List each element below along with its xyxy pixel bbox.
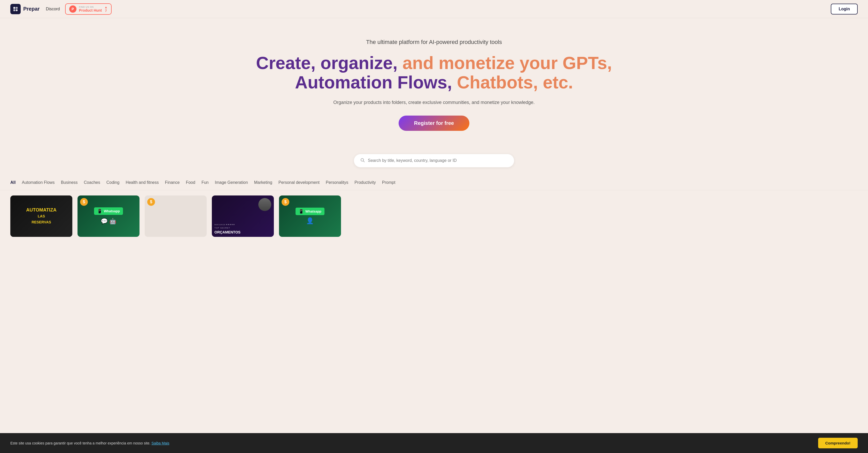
svg-rect-0 bbox=[13, 7, 15, 8]
category-personal-development[interactable]: Personal development bbox=[278, 179, 319, 186]
category-fun[interactable]: Fun bbox=[202, 179, 209, 186]
product-hunt-badge[interactable]: P FIND US ON Product Hunt ▲ 7 bbox=[65, 3, 112, 15]
cookie-learn-more-link[interactable]: Saiba Mais bbox=[151, 441, 169, 445]
svg-rect-1 bbox=[16, 7, 18, 8]
ph-icon: P bbox=[69, 5, 76, 13]
card-site-label: leort.com.br ★★★★★ bbox=[214, 223, 271, 226]
hero-title: Create, organize, and monetize your GPTs… bbox=[10, 53, 858, 92]
svg-line-5 bbox=[363, 161, 364, 162]
chat-icons: 💬 🤖 bbox=[101, 218, 116, 225]
hero-subtitle: The ultimate platform for AI-powered pro… bbox=[10, 39, 858, 46]
category-coaches[interactable]: Coaches bbox=[84, 179, 100, 186]
category-all[interactable]: All bbox=[10, 179, 16, 186]
whatsapp-badge-2: 📱 Whatsapp bbox=[296, 208, 324, 215]
category-marketing[interactable]: Marketing bbox=[254, 179, 272, 186]
category-automation-flows[interactable]: Automation Flows bbox=[22, 179, 55, 186]
card-dollar-1: $ bbox=[80, 198, 88, 206]
cookie-banner: Este site usa cookies para garantir que … bbox=[0, 433, 868, 453]
cookie-text: Este site usa cookies para garantir que … bbox=[10, 441, 169, 445]
register-button[interactable]: Register for free bbox=[399, 116, 470, 131]
ph-text: FIND US ON Product Hunt bbox=[79, 6, 102, 12]
card-dollar-2: $ bbox=[147, 198, 155, 206]
card-empty[interactable]: $ bbox=[145, 196, 207, 237]
discord-link[interactable]: Discord bbox=[46, 7, 60, 11]
category-business[interactable]: Business bbox=[61, 179, 78, 186]
category-food[interactable]: Food bbox=[186, 179, 195, 186]
search-section bbox=[0, 141, 868, 175]
ph-votes: ▲ 7 bbox=[104, 5, 107, 13]
logo-icon bbox=[10, 4, 21, 14]
card-whatsapp-2[interactable]: 📱 Whatsapp 👤 $ bbox=[279, 196, 341, 237]
svg-point-3 bbox=[16, 9, 18, 11]
card-whatsapp-1[interactable]: 📱 Whatsapp 💬 🤖 $ bbox=[78, 196, 140, 237]
category-prompt[interactable]: Prompt bbox=[382, 179, 396, 186]
hero-description: Organize your products into folders, cre… bbox=[10, 100, 858, 105]
card-automatiza[interactable]: AUTOMATIZALASRESERVAS bbox=[10, 196, 72, 237]
logo-link[interactable]: Prepar bbox=[10, 4, 39, 14]
category-finance[interactable]: Finance bbox=[165, 179, 180, 186]
navbar: Prepar Discord P FIND US ON Product Hunt… bbox=[0, 0, 868, 18]
card-orcamentos[interactable]: leort.com.br ★★★★★ TOP SECRET ORÇAMENTOS bbox=[212, 196, 274, 237]
search-icon bbox=[360, 158, 365, 164]
category-health-fitness[interactable]: Health and fitness bbox=[126, 179, 159, 186]
hero-title-part4: Chatbots, etc. bbox=[457, 73, 573, 92]
card-dollar-3: $ bbox=[282, 198, 289, 206]
hero-title-part3: Automation Flows, bbox=[295, 73, 457, 92]
category-image-generation[interactable]: Image Generation bbox=[215, 179, 248, 186]
search-input[interactable] bbox=[368, 158, 508, 163]
card-orcamentos-label: ORÇAMENTOS bbox=[214, 230, 271, 234]
cards-section: AUTOMATIZALASRESERVAS 📱 Whatsapp 💬 🤖 $ $… bbox=[0, 190, 868, 242]
cookie-accept-button[interactable]: Compreendo! bbox=[818, 438, 858, 448]
card-automatiza-text: AUTOMATIZALASRESERVAS bbox=[26, 207, 56, 225]
person-icon: 👤 bbox=[306, 217, 314, 224]
login-button[interactable]: Login bbox=[831, 4, 858, 15]
category-coding[interactable]: Coding bbox=[106, 179, 120, 186]
category-productivity[interactable]: Productivity bbox=[354, 179, 376, 186]
card-face-avatar bbox=[258, 198, 271, 211]
search-bar bbox=[354, 154, 514, 167]
hero-title-part1: Create, organize, bbox=[256, 53, 402, 73]
logo-text: Prepar bbox=[23, 6, 39, 12]
whatsapp-badge-1: 📱 Whatsapp bbox=[94, 207, 123, 215]
svg-rect-2 bbox=[13, 9, 15, 11]
categories-bar: All Automation Flows Business Coaches Co… bbox=[0, 175, 868, 190]
card-secret-badge: TOP SECRET bbox=[214, 227, 271, 229]
hero-title-part2: and monetize your GPTs, bbox=[402, 53, 612, 73]
hero-section: The ultimate platform for AI-powered pro… bbox=[0, 18, 868, 141]
category-personalitys[interactable]: Personalitys bbox=[326, 179, 348, 186]
